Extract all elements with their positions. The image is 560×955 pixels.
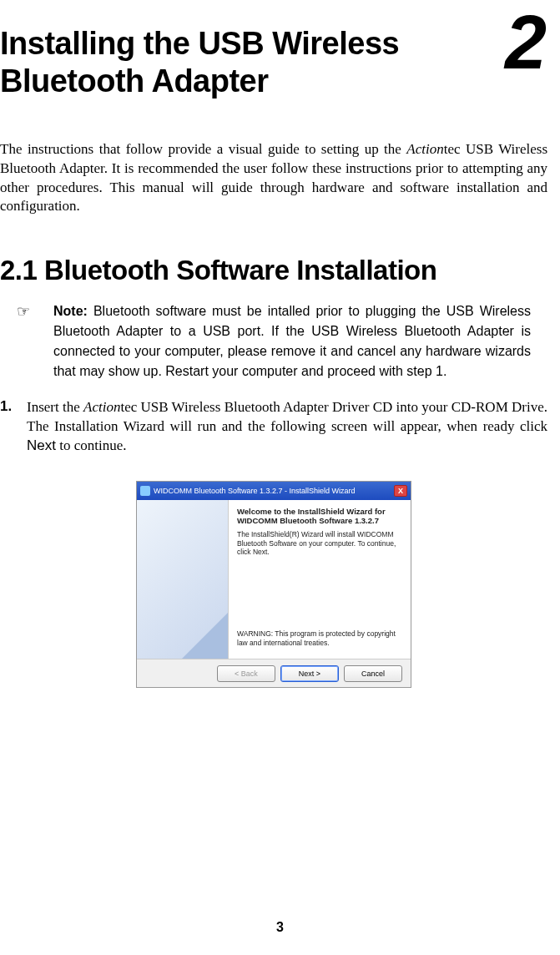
page-number: 3 [0,920,560,935]
step-bold: Next [27,437,56,453]
chapter-number: 2 [505,5,547,80]
step-number: 1. [0,398,27,415]
section-title-text: Bluetooth Software Installation [44,255,436,285]
note-text: Note: Bluetooth software must be intalle… [53,301,531,381]
window-titlebar: WIDCOMM Bluetooth Software 1.3.2.7 - Ins… [137,482,411,500]
close-button[interactable]: X [394,485,407,497]
screenshot-container: WIDCOMM Bluetooth Software 1.3.2.7 - Ins… [0,481,547,688]
pointing-hand-icon: ☞ [17,302,30,321]
app-icon [140,486,150,496]
wizard-sidebar [137,500,229,659]
wizard-footer: < Back Next > Cancel [137,659,411,687]
brand-italic: Action [83,399,120,415]
wizard-heading: Welcome to the InstallShield Wizard for … [237,507,402,525]
wizard-main: Welcome to the InstallShield Wizard for … [229,500,411,659]
next-button[interactable]: Next > [280,665,339,682]
chapter-title: Installing the USB Wireless Bluetooth Ad… [0,25,472,100]
brand-italic: Action [406,141,443,157]
wizard-para2: WARNING: This program is protected by co… [237,629,402,647]
wizard-para1: The InstallShield(R) Wizard will install… [237,530,402,557]
installer-screenshot: WIDCOMM Bluetooth Software 1.3.2.7 - Ins… [136,481,411,688]
sidebar-graphic [182,613,228,659]
step-1: 1. Insert the Actiontec USB Wireless Blu… [0,398,547,456]
back-button[interactable]: < Back [217,665,275,682]
step-text: Insert the Actiontec USB Wireless Blueto… [27,398,547,456]
note-label: Note: [53,304,88,318]
intro-paragraph: The instructions that follow provide a v… [0,140,547,217]
note-body: Bluetooth software must be intalled prio… [53,304,531,378]
section-number: 2.1 [0,255,37,285]
step-post: to continue. [56,437,127,453]
step-pre: Insert the [27,399,83,415]
note-block: ☞ Note: Bluetooth software must be intal… [0,301,547,381]
section-title: 2.1 Bluetooth Software Installation [0,255,547,286]
intro-text-pre: The instructions that follow provide a v… [0,141,406,157]
window-title: WIDCOMM Bluetooth Software 1.3.2.7 - Ins… [154,487,356,495]
cancel-button[interactable]: Cancel [344,665,402,682]
window-body: Welcome to the InstallShield Wizard for … [137,500,411,659]
